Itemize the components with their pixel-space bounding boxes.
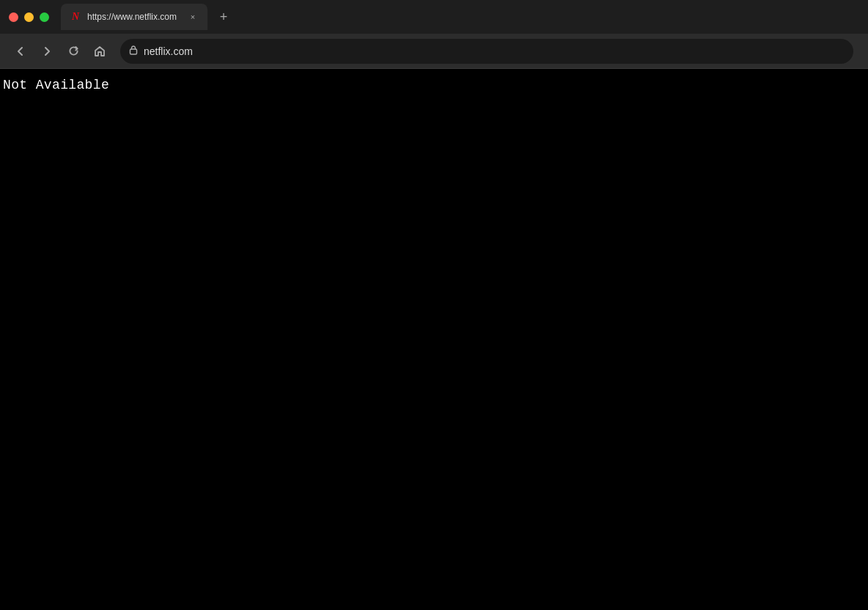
address-text: netflix.com: [144, 45, 845, 57]
address-bar[interactable]: netflix.com: [120, 39, 853, 64]
back-button[interactable]: [9, 40, 32, 63]
home-icon: [94, 45, 106, 57]
home-button[interactable]: [88, 40, 111, 63]
active-tab[interactable]: N https://www.netflix.com ×: [61, 4, 207, 30]
browser-chrome: N https://www.netflix.com × +: [0, 0, 868, 69]
netflix-logo-icon: N: [72, 12, 79, 22]
new-tab-button[interactable]: +: [213, 7, 234, 27]
nav-bar: netflix.com: [0, 34, 868, 69]
svg-rect-0: [130, 49, 137, 54]
reload-icon: [68, 45, 79, 56]
forward-button[interactable]: [35, 40, 59, 63]
tab-favicon: N: [70, 11, 81, 23]
maximize-button[interactable]: [40, 12, 49, 22]
forward-icon: [41, 45, 53, 57]
tab-close-button[interactable]: ×: [187, 11, 199, 23]
tab-title: https://www.netflix.com: [87, 12, 181, 22]
page-content: Not Available: [0, 69, 868, 610]
minimize-button[interactable]: [24, 12, 34, 22]
lock-svg-icon: [129, 45, 138, 55]
reload-button[interactable]: [62, 40, 85, 63]
not-available-message: Not Available: [3, 78, 109, 92]
window-controls: [6, 12, 49, 22]
lock-icon: [129, 45, 138, 57]
back-icon: [15, 45, 26, 57]
tab-bar: N https://www.netflix.com × +: [0, 0, 868, 34]
close-button[interactable]: [9, 12, 18, 22]
